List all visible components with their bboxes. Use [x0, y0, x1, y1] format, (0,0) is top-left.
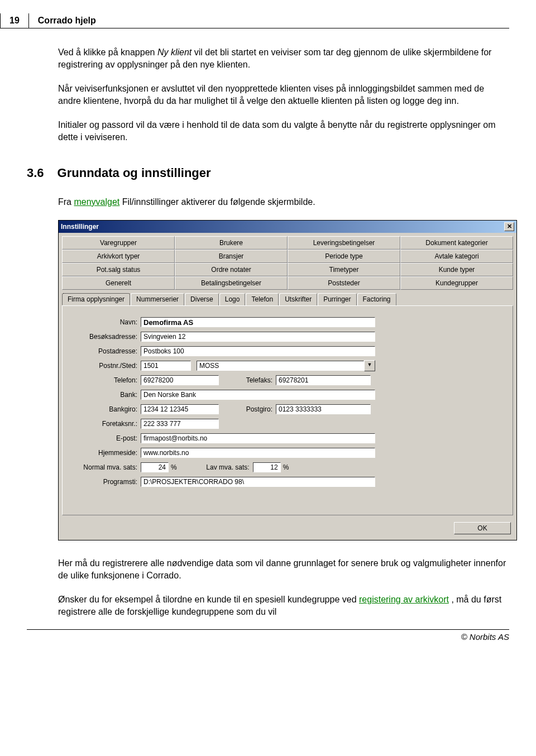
- subtab-factoring[interactable]: Factoring: [357, 293, 396, 305]
- text: Ved å klikke på knappen: [58, 47, 157, 57]
- tab-avtale-kategori[interactable]: Avtale kategori: [400, 250, 513, 263]
- label-epost: E-post:: [70, 434, 141, 442]
- tab-potsalg-status[interactable]: Pot.salg status: [62, 263, 175, 276]
- label-post: Postadresse:: [70, 347, 141, 355]
- mva-input[interactable]: [141, 462, 169, 472]
- body-paragraph: Her må du registrerere alle nødvendige d…: [58, 557, 509, 581]
- dialog-titlebar: Innstillinger ✕: [59, 221, 516, 233]
- form-area: Navn: Besøksadresse: Postadresse: Postnr…: [62, 305, 513, 515]
- section-heading: 3.6 Grunndata og innstillinger: [27, 166, 509, 180]
- tab-ordre-notater[interactable]: Ordre notater: [175, 263, 288, 276]
- page-footer: © Norbits AS: [27, 629, 509, 642]
- body-paragraph: Ønsker du for eksempel å tilordne en kun…: [58, 594, 509, 618]
- body-paragraph: Initialer og passord vil da være i henho…: [58, 119, 509, 143]
- epost-input[interactable]: [141, 433, 375, 443]
- tab-varegrupper[interactable]: Varegrupper: [62, 236, 175, 250]
- tab-kundegrupper[interactable]: Kundegrupper: [400, 276, 513, 290]
- navn-input[interactable]: [141, 317, 375, 327]
- body-paragraph: Fra menyvalget Fil/innstillinger aktiver…: [58, 196, 509, 208]
- page-header: 19 Corrado hjelp: [0, 13, 509, 28]
- foretaksnr-input[interactable]: [141, 419, 219, 429]
- section-title: Grunndata og innstillinger: [58, 166, 211, 180]
- subtab-telefon[interactable]: Telefon: [246, 293, 279, 305]
- tab-kunde-typer[interactable]: Kunde typer: [400, 263, 513, 276]
- postgiro-input[interactable]: [276, 404, 371, 414]
- top-tab-strip: Varegrupper Brukere Leveringsbetingelser…: [59, 233, 516, 290]
- subtab-purringer[interactable]: Purringer: [318, 293, 356, 305]
- label-mva: Normal mva. sats:: [70, 463, 141, 471]
- tab-dokument-kategorier[interactable]: Dokument kategorier: [400, 236, 513, 250]
- tab-timetyper[interactable]: Timetyper: [288, 263, 400, 276]
- subtab-diverse[interactable]: Diverse: [185, 293, 219, 305]
- bank-input[interactable]: [141, 390, 375, 400]
- ok-button[interactable]: OK: [454, 522, 511, 534]
- subtab-logo[interactable]: Logo: [219, 293, 246, 305]
- sub-tab-strip: Firma opplysninger Nummerserier Diverse …: [62, 293, 513, 305]
- telefaks-input[interactable]: [276, 375, 371, 385]
- label-programsti: Programsti:: [70, 478, 141, 486]
- tab-brukere[interactable]: Brukere: [175, 236, 288, 250]
- pct-symbol: %: [281, 463, 291, 471]
- label-foretaksnr: Foretaksnr.:: [70, 420, 141, 428]
- body-paragraph: Ved å klikke på knappen Ny klient vil de…: [58, 46, 509, 70]
- tab-bransjer[interactable]: Bransjer: [175, 250, 288, 263]
- text: Ønsker du for eksempel å tilordne en kun…: [58, 595, 359, 604]
- postadresse-input[interactable]: [141, 346, 375, 356]
- dialog-title: Innstillinger: [61, 223, 99, 231]
- lavmva-input[interactable]: [253, 462, 281, 472]
- label-postnr: Postnr./Sted:: [70, 362, 141, 370]
- subtab-nummerserier[interactable]: Nummerserier: [131, 293, 184, 305]
- programsti-input[interactable]: [141, 477, 375, 487]
- link-menyvalget[interactable]: menyvalget: [74, 197, 119, 207]
- italic-text: Ny klient: [157, 47, 192, 57]
- section-number: 3.6: [27, 166, 44, 180]
- body-paragraph: Når veiviserfunksjonen er avsluttet vil …: [58, 83, 509, 107]
- bankgiro-input[interactable]: [141, 404, 219, 414]
- page-title: Corrado hjelp: [29, 13, 509, 28]
- tab-arkivkort-typer[interactable]: Arkivkort typer: [62, 250, 175, 263]
- label-bank: Bank:: [70, 391, 141, 399]
- hjemmeside-input[interactable]: [141, 448, 375, 458]
- label-telefon: Telefon:: [70, 376, 141, 384]
- tab-generelt[interactable]: Generelt: [62, 276, 175, 290]
- label-navn: Navn:: [70, 318, 141, 326]
- label-bankgiro: Bankgiro:: [70, 405, 141, 413]
- label-lavmva: Lav mva. sats:: [179, 463, 253, 471]
- sted-input[interactable]: [197, 361, 364, 371]
- text: Fil/innstillinger aktiverer du følgende …: [119, 197, 315, 207]
- text: Fra: [58, 197, 74, 207]
- settings-dialog: Innstillinger ✕ Varegrupper Brukere Leve…: [58, 220, 517, 540]
- tab-betalingsbetingelser[interactable]: Betalingsbetingelser: [175, 276, 288, 290]
- label-hjemmeside: Hjemmeside:: [70, 449, 141, 457]
- telefon-input[interactable]: [141, 375, 219, 385]
- pct-symbol: %: [169, 463, 179, 471]
- tab-leveringsbetingelser[interactable]: Leveringsbetingelser: [288, 236, 400, 250]
- label-telefaks: Telefaks:: [219, 376, 276, 384]
- tab-poststeder[interactable]: Poststeder: [288, 276, 400, 290]
- label-besok: Besøksadresse:: [70, 333, 141, 341]
- besoksadresse-input[interactable]: [141, 332, 375, 342]
- close-icon[interactable]: ✕: [504, 222, 514, 231]
- page-number: 19: [0, 13, 29, 28]
- tab-periode-type[interactable]: Periode type: [288, 250, 400, 263]
- subtab-utskrifter[interactable]: Utskrifter: [279, 293, 317, 305]
- chevron-down-icon[interactable]: ▼: [364, 360, 375, 371]
- postnr-input[interactable]: [141, 361, 191, 371]
- subtab-firma-opplysninger[interactable]: Firma opplysninger: [62, 293, 130, 305]
- label-postgiro: Postgiro:: [219, 405, 276, 413]
- link-registering[interactable]: registering av arkivkort: [359, 595, 449, 604]
